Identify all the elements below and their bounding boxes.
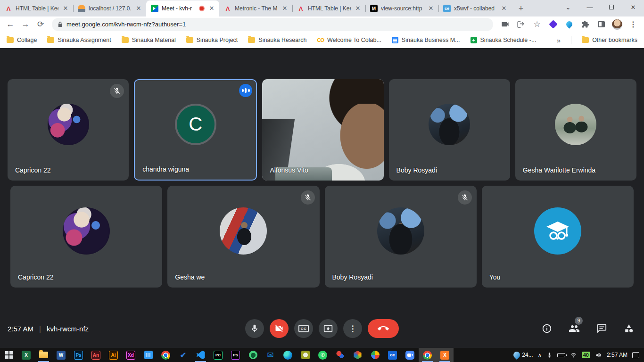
participant-tile-boby-rosyadi[interactable]: Boby Rosyadi	[389, 79, 510, 181]
tab-close-icon[interactable]: ✕	[135, 5, 142, 12]
tray-mic-icon[interactable]	[546, 352, 553, 359]
bookmark-label: Sinauka Research	[258, 37, 306, 43]
photos-icon[interactable]	[366, 348, 384, 362]
extension-bitwarden-icon[interactable]	[546, 18, 560, 31]
volume-icon[interactable]	[595, 352, 602, 358]
tab-close-icon[interactable]: ✕	[354, 5, 362, 12]
weather-widget[interactable]: 24...	[513, 352, 533, 358]
tab-collabedit[interactable]: ce x5wvf - collabed ✕	[438, 0, 512, 16]
illustrator-icon[interactable]: Ai	[105, 348, 122, 362]
ocam-icon[interactable]: oc	[384, 348, 401, 362]
bookmark-sinauka-assignment[interactable]: Sinauka Assignment	[47, 37, 111, 43]
meeting-details-button[interactable]	[537, 318, 557, 339]
screen-recorder-icon[interactable]	[297, 348, 314, 362]
camera-in-use-icon[interactable]	[498, 18, 512, 31]
tab-metronic[interactable]: Λ Metronic - The M ✕	[219, 0, 292, 16]
tab-close-icon[interactable]: ✕	[62, 5, 69, 12]
animate-icon[interactable]: An	[87, 348, 105, 362]
chat-button[interactable]	[591, 318, 612, 339]
present-screen-button[interactable]	[319, 319, 338, 338]
bookmarks-overflow-icon[interactable]: »	[557, 36, 561, 44]
activities-button[interactable]	[619, 318, 639, 339]
close-window-button[interactable]: ✕	[622, 0, 644, 14]
vscode-icon[interactable]	[192, 348, 209, 362]
more-options-button[interactable]: ⋮	[343, 319, 362, 338]
participant-tile-alfonsus-vito[interactable]: Alfonsus Vito	[262, 79, 383, 181]
show-everyone-button[interactable]: 9	[564, 318, 585, 339]
minimize-button[interactable]: —	[579, 0, 601, 14]
sqlyog-icon[interactable]	[331, 348, 349, 362]
battery-icon[interactable]	[557, 353, 565, 357]
tab-meet-active[interactable]: Meet - kvh-r ✕	[146, 0, 219, 16]
tab-search-chevron-icon[interactable]: ⌄	[557, 0, 579, 14]
meet-control-bar: 2:57 AM | kvh-rwcm-nfz CC ⋮	[0, 309, 644, 348]
metronic-favicon: Λ	[224, 5, 231, 12]
bookmark-collage[interactable]: Collage	[7, 37, 37, 43]
bookmark-sinauka-research[interactable]: Sinauka Research	[248, 37, 306, 43]
profile-avatar[interactable]	[610, 18, 624, 31]
tab-html-table-1[interactable]: Λ HTML Table | Kee ✕	[0, 0, 73, 16]
tab-view-source[interactable]: M view-source:http ✕	[365, 0, 438, 16]
new-tab-button[interactable]: +	[514, 2, 528, 15]
tray-expand-chevron-icon[interactable]: ∧	[538, 352, 542, 358]
start-button[interactable]	[0, 348, 17, 362]
participant-tile-you[interactable]: You	[482, 186, 634, 288]
address-bar[interactable]: meet.google.com/kvh-rwcm-nfz?authuser=1	[52, 18, 493, 31]
bookmark-sinauka-project[interactable]: Sinauka Project	[186, 37, 238, 43]
bookmark-sinauka-business[interactable]: Sinauka Business M...	[392, 37, 460, 43]
calendar-icon[interactable]	[140, 348, 157, 362]
mail-icon[interactable]: ✉	[262, 348, 279, 362]
mic-button[interactable]	[245, 319, 264, 338]
android-bot-icon[interactable]	[244, 348, 262, 362]
chrome-active-icon[interactable]	[419, 348, 436, 362]
participant-tile-chandra-wiguna[interactable]: C chandra wiguna	[134, 79, 257, 181]
captions-button[interactable]: CC	[294, 319, 313, 338]
forward-icon[interactable]: →	[19, 18, 32, 31]
bookmark-sinauka-material[interactable]: Sinauka Material	[122, 37, 176, 43]
reload-icon[interactable]: ⟳	[34, 18, 47, 31]
word-icon[interactable]: W	[52, 348, 70, 362]
participant-tile-gesha-warilotte[interactable]: Gesha Warilotte Erwinda	[515, 79, 636, 181]
back-icon[interactable]: ←	[4, 18, 17, 31]
whatsapp-icon[interactable]: ✆	[314, 348, 331, 362]
hang-up-button[interactable]	[368, 319, 399, 338]
tab-close-icon[interactable]: ✕	[281, 5, 289, 12]
bookmark-star-icon[interactable]: ☆	[530, 18, 544, 31]
hexagon-app-icon[interactable]	[349, 348, 366, 362]
tab-close-icon[interactable]: ✕	[427, 5, 435, 12]
file-explorer-icon[interactable]	[35, 348, 52, 362]
photoshop-icon[interactable]: Ps	[70, 348, 87, 362]
pycharm-icon[interactable]: PC	[209, 348, 227, 362]
camera-off-button[interactable]	[270, 319, 289, 338]
action-center-icon[interactable]	[632, 352, 639, 358]
other-bookmarks-button[interactable]: Other bookmarks	[582, 37, 637, 43]
tab-close-icon[interactable]: ✕	[208, 5, 215, 12]
side-panel-icon[interactable]	[594, 18, 608, 31]
zoom-icon[interactable]	[401, 348, 419, 362]
phpstorm-icon[interactable]: PS	[227, 348, 244, 362]
extensions-puzzle-icon[interactable]	[578, 18, 592, 31]
tab-close-icon[interactable]: ✕	[500, 5, 508, 12]
share-icon[interactable]	[514, 18, 528, 31]
xd-icon[interactable]: Xd	[122, 348, 140, 362]
edge-icon[interactable]	[279, 348, 297, 362]
chrome-menu-icon[interactable]: ⋮	[626, 18, 640, 31]
maximize-button[interactable]	[601, 0, 622, 14]
tab-html-table-2[interactable]: Λ HTML Table | Kee ✕	[292, 0, 365, 16]
wifi-icon[interactable]	[570, 352, 577, 358]
tab-localhost[interactable]: localhost / 127.0. ✕	[73, 0, 146, 16]
check-app-icon[interactable]: ✔	[174, 348, 192, 362]
participant-tile-boby-rosyadi-2[interactable]: Boby Rosyadi	[325, 186, 477, 288]
mic-muted-icon	[110, 84, 124, 98]
bookmark-sinauka-schedule[interactable]: +Sinauka Schedule -...	[471, 37, 537, 43]
taskbar-clock[interactable]: 2:57 AM	[607, 352, 627, 358]
bookmark-colab[interactable]: COWelcome To Colab...	[317, 37, 381, 43]
extension-drop-icon[interactable]	[562, 18, 576, 31]
participant-tile-capricon22[interactable]: Capricon 22	[8, 79, 129, 181]
battery-percent-badge[interactable]: 40	[582, 352, 590, 358]
excel-icon[interactable]: X	[17, 348, 35, 362]
xampp-icon[interactable]: X	[436, 348, 454, 362]
chrome-icon[interactable]	[157, 348, 174, 362]
participant-tile-capricon22-2[interactable]: Capricon 22	[10, 186, 162, 288]
participant-tile-gesha-we[interactable]: Gesha we	[167, 186, 319, 288]
